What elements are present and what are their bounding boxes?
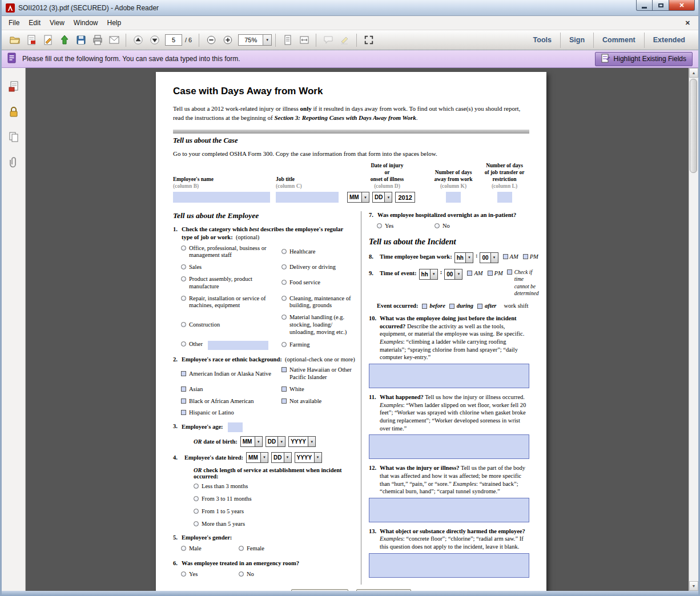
q12-answer-textarea[interactable] — [369, 498, 529, 522]
hired-day-dropdown[interactable]: DD▼ — [271, 452, 291, 463]
after-shift-checkbox[interactable]: after — [477, 303, 496, 309]
checkbox-asian[interactable]: Asian — [181, 386, 279, 393]
dropdown-arrow-icon[interactable]: ▼ — [465, 253, 473, 263]
radio-hospitalized-yes[interactable]: Yes — [377, 223, 435, 230]
q13-answer-textarea[interactable] — [369, 553, 529, 578]
menu-edit[interactable]: Edit — [24, 17, 45, 29]
radio-1-5-years[interactable]: From 1 to 5 years — [194, 508, 355, 516]
other-text-field[interactable] — [208, 341, 268, 350]
share-upload-button[interactable] — [56, 33, 73, 48]
zoom-in-button[interactable] — [219, 33, 236, 48]
radio-option-food-service[interactable]: Food service — [281, 279, 355, 287]
email-button[interactable] — [106, 33, 122, 48]
q11-answer-textarea[interactable] — [369, 434, 529, 459]
radio-3-11-months[interactable]: From 3 to 11 months — [194, 496, 355, 503]
hired-month-dropdown[interactable]: MM▼ — [246, 452, 268, 463]
time-undetermined-checkbox[interactable]: Check if time cannot be determined — [507, 269, 539, 297]
radio-option-assembly[interactable]: Product assembly, product manufacture — [181, 276, 279, 291]
radio-less-3-months[interactable]: Less than 3 months — [194, 483, 355, 490]
sign-button[interactable]: Sign — [561, 36, 593, 44]
employee-age-field[interactable] — [228, 422, 243, 432]
checkbox-native-hawaiian[interactable]: Native Hawaiian or Other Pacific Islande… — [281, 367, 355, 381]
print-button[interactable] — [89, 33, 106, 48]
dropdown-arrow-icon[interactable]: ▼ — [260, 453, 268, 462]
dropdown-arrow-icon[interactable]: ▼ — [361, 192, 369, 202]
radio-option-other[interactable]: Other — [181, 341, 279, 350]
during-shift-checkbox[interactable]: during — [449, 303, 473, 309]
checkbox-black[interactable]: Black or African American — [181, 398, 279, 405]
fullscreen-button[interactable] — [360, 33, 377, 48]
event-hour-dropdown[interactable]: hh▼ — [419, 269, 438, 280]
before-shift-checkbox[interactable]: before — [422, 303, 445, 309]
work-start-minute-dropdown[interactable]: 00▼ — [480, 252, 498, 263]
radio-er-yes[interactable]: Yes — [181, 571, 239, 578]
attachments-paperclip-icon[interactable] — [6, 155, 21, 170]
radio-option-repair[interactable]: Repair, installation or service of machi… — [181, 295, 279, 310]
radio-option-construction[interactable]: Construction — [181, 321, 279, 329]
dob-month-dropdown[interactable]: MM▼ — [240, 436, 263, 447]
titlebar[interactable]: SOII2012 (3).pdf (SECURED) - Adobe Reade… — [2, 0, 698, 16]
fit-width-button[interactable] — [296, 33, 312, 48]
vertical-scrollbar[interactable]: ▲ ▼ — [689, 68, 698, 591]
minimize-button[interactable] — [636, 0, 653, 11]
job-transfer-days-field[interactable] — [497, 192, 512, 203]
menu-window[interactable]: Window — [69, 17, 103, 29]
event-pm-checkbox[interactable]: PM — [488, 270, 503, 276]
radio-option-office[interactable]: Office, professional, business or manage… — [181, 245, 279, 260]
work-start-pm-checkbox[interactable]: PM — [523, 253, 538, 260]
radio-male[interactable]: Male — [181, 545, 239, 553]
maximize-button[interactable] — [653, 0, 669, 11]
q10-answer-textarea[interactable] — [369, 364, 529, 388]
close-button[interactable]: ✕ — [669, 0, 695, 11]
work-start-am-checkbox[interactable]: AM — [503, 253, 518, 260]
radio-option-delivery[interactable]: Delivery or driving — [281, 264, 355, 271]
dropdown-arrow-icon[interactable]: ▼ — [277, 437, 285, 446]
radio-hospitalized-no[interactable]: No — [435, 223, 492, 230]
open-button[interactable] — [6, 33, 23, 48]
radio-more-5-years[interactable]: More than 5 years — [194, 521, 355, 528]
save-button[interactable] — [73, 33, 89, 48]
job-title-field[interactable] — [276, 192, 339, 203]
comment-button[interactable]: Comment — [594, 36, 644, 44]
zoom-level-control[interactable]: 75% ▼ — [238, 34, 272, 46]
sign-pen-button[interactable] — [39, 33, 56, 48]
radio-option-farming[interactable]: Farming — [281, 341, 355, 349]
dropdown-arrow-icon[interactable]: ▼ — [430, 269, 437, 279]
scrollbar-track[interactable] — [689, 78, 698, 581]
highlight-fields-button[interactable]: Highlight Existing Fields — [595, 52, 693, 66]
dropdown-arrow-icon[interactable]: ▼ — [308, 437, 315, 446]
security-lock-icon[interactable] — [6, 104, 21, 119]
checkbox-not-available[interactable]: Not available — [281, 398, 355, 405]
menu-help[interactable]: Help — [103, 17, 126, 29]
tools-button[interactable]: Tools — [525, 36, 560, 44]
dropdown-arrow-icon[interactable]: ▼ — [384, 192, 392, 202]
radio-option-healthcare[interactable]: Healthcare — [281, 248, 355, 256]
zoom-out-button[interactable] — [203, 33, 219, 48]
menu-file[interactable]: File — [4, 17, 24, 29]
attach-pdf-button[interactable] — [23, 33, 39, 48]
scrollbar-thumb[interactable] — [690, 79, 697, 173]
scroll-down-button[interactable]: ▼ — [689, 581, 698, 591]
dropdown-arrow-icon[interactable]: ▼ — [284, 453, 291, 462]
pages-icon[interactable] — [6, 130, 21, 144]
sticky-note-button[interactable] — [320, 33, 336, 48]
highlight-text-button[interactable] — [336, 33, 353, 48]
radio-option-cleaning[interactable]: Cleaning, maintenance of building, groun… — [281, 295, 355, 310]
radio-female[interactable]: Female — [239, 545, 296, 553]
dropdown-arrow-icon[interactable]: ▼ — [255, 437, 262, 446]
work-start-hour-dropdown[interactable]: hh▼ — [454, 252, 473, 263]
radio-option-material-handling[interactable]: Material handling (e.g. stocking, loadin… — [281, 314, 355, 336]
hired-year-dropdown[interactable]: YYYY▼ — [295, 452, 322, 463]
event-am-checkbox[interactable]: AM — [467, 270, 482, 276]
days-away-field[interactable] — [446, 192, 461, 203]
remove-case-button[interactable]: Remove Case — [356, 589, 411, 591]
dropdown-arrow-icon[interactable]: ▼ — [490, 253, 498, 263]
previous-page-button[interactable] — [130, 33, 146, 48]
add-new-case-button[interactable]: Add New Case — [291, 589, 348, 591]
document-area[interactable]: Case with Days Away from Work Tell us ab… — [26, 68, 689, 591]
event-minute-dropdown[interactable]: 00▼ — [444, 269, 462, 280]
page-thumbnails-icon[interactable] — [6, 79, 21, 94]
checkbox-hispanic[interactable]: Hispanic or Latino — [181, 409, 279, 417]
menu-view[interactable]: View — [45, 17, 69, 29]
scroll-mode-button[interactable] — [279, 33, 296, 48]
